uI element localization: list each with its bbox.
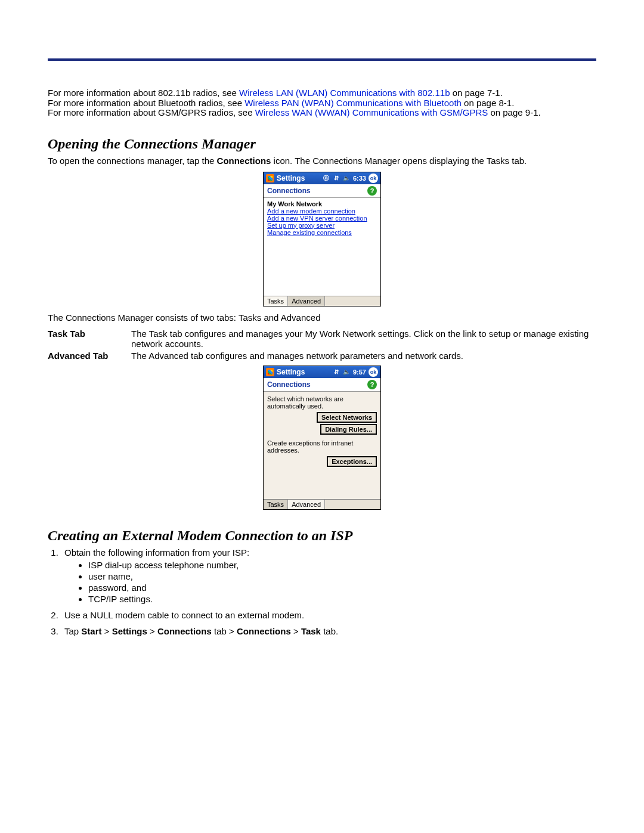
tab-tasks[interactable]: Tasks xyxy=(264,296,288,306)
titlebar-title: Settings xyxy=(277,368,305,376)
text: To open the connections manager, tap the xyxy=(48,156,217,166)
paragraph: To open the connections manager, tap the… xyxy=(48,156,596,166)
link-wwan[interactable]: Wireless WAN (WWAN) Communications with … xyxy=(255,107,488,117)
device-tabs: Tasks Advanced xyxy=(264,499,380,509)
tab-tasks[interactable]: Tasks xyxy=(264,500,288,509)
help-icon[interactable]: ? xyxy=(367,186,377,196)
bold-text: Task xyxy=(301,626,321,636)
def-label: Task Tab xyxy=(48,329,131,349)
select-networks-button[interactable]: Select Networks xyxy=(317,412,377,423)
def-value: The Task tab configures and manages your… xyxy=(131,329,596,349)
def-value: The Advanced tab configures and manages … xyxy=(131,351,596,361)
subbar-title: Connections xyxy=(267,187,311,195)
device-body: Select which networks are automatically … xyxy=(264,392,380,499)
list-item: user name, xyxy=(88,571,596,581)
exceptions-button[interactable]: Exceptions... xyxy=(327,456,377,467)
bold-text: Settings xyxy=(112,626,147,636)
label-exceptions: Create exceptions for intranet addresses… xyxy=(267,439,377,454)
volume-icon: 🔈 xyxy=(342,368,351,376)
link-manage[interactable]: Manage existing connections xyxy=(267,229,377,236)
intro-line-2: For more information about Bluetooth rad… xyxy=(48,98,596,109)
device-screenshot-tasks: Settings ⓐ ⇵ 🔈 6:33 ok Connections ? My … xyxy=(263,172,381,306)
top-rule xyxy=(48,58,596,61)
keyboard-mode-icon: ⓐ xyxy=(322,174,330,182)
figure-advanced-tab: Settings ⇵ 🔈 9:57 ok Connections ? Selec… xyxy=(48,366,596,510)
link-proxy[interactable]: Set up my proxy server xyxy=(267,222,377,229)
device-subbar: Connections ? xyxy=(264,184,380,198)
text: > xyxy=(150,626,157,636)
bold-text: Connections xyxy=(157,626,212,636)
device-screenshot-advanced: Settings ⇵ 🔈 9:57 ok Connections ? Selec… xyxy=(263,366,381,510)
link-wpan[interactable]: Wireless PAN (WPAN) Communications with … xyxy=(244,98,462,108)
text: tab. xyxy=(323,626,338,636)
device-titlebar: Settings ⓐ ⇵ 🔈 6:33 ok xyxy=(264,172,380,184)
bold-text: Connections xyxy=(217,156,271,166)
def-row-advanced: Advanced Tab The Advanced tab configures… xyxy=(48,351,596,361)
device-titlebar: Settings ⇵ 🔈 9:57 ok xyxy=(264,366,380,378)
start-flag-icon xyxy=(266,368,274,376)
text: For more information about 802.11b radio… xyxy=(48,88,239,98)
text: icon. The Connections Manager opens disp… xyxy=(274,156,527,166)
link-add-vpn[interactable]: Add a new VPN server connection xyxy=(267,215,377,222)
ok-button[interactable]: ok xyxy=(369,367,378,377)
link-wlan[interactable]: Wireless LAN (WLAN) Communications with … xyxy=(239,88,450,98)
titlebar-title: Settings xyxy=(277,174,305,182)
text: > xyxy=(293,626,301,636)
intro-block: For more information about 802.11b radio… xyxy=(48,88,596,118)
help-icon[interactable]: ? xyxy=(367,380,377,389)
page: For more information about 802.11b radio… xyxy=(0,58,644,833)
intro-line-3: For more information about GSM/GPRS radi… xyxy=(48,108,596,118)
list-item: ISP dial-up access telephone number, xyxy=(88,560,596,570)
start-flag-icon xyxy=(266,174,274,182)
text: on page 9-1. xyxy=(490,107,540,117)
ok-button[interactable]: ok xyxy=(369,174,378,183)
link-add-modem[interactable]: Add a new modem connection xyxy=(267,208,377,215)
text: For more information about Bluetooth rad… xyxy=(48,98,244,108)
section-heading-opening: Opening the Connections Manager xyxy=(48,136,596,152)
list-item: password, and xyxy=(88,583,596,593)
tab-definitions: Task Tab The Task tab configures and man… xyxy=(48,329,596,361)
label-select-networks: Select which networks are automatically … xyxy=(267,395,377,410)
text: Tap xyxy=(64,626,81,636)
step-text: Obtain the following information from yo… xyxy=(64,547,249,558)
volume-icon: 🔈 xyxy=(342,174,351,182)
bold-text: Start xyxy=(81,626,101,636)
subbar-title: Connections xyxy=(267,380,311,389)
list-item: Obtain the following information from yo… xyxy=(61,547,596,604)
list-item: Use a NULL modem cable to connect to an … xyxy=(61,610,596,620)
clock-text: 6:33 xyxy=(353,175,366,182)
intro-line-1: For more information about 802.11b radio… xyxy=(48,88,596,98)
device-tabs: Tasks Advanced xyxy=(264,296,380,306)
paragraph: The Connections Manager consists of two … xyxy=(48,312,596,323)
connectivity-icon: ⇵ xyxy=(332,368,340,376)
text: on page 8-1. xyxy=(464,98,514,108)
steps-list: Obtain the following information from yo… xyxy=(48,547,596,636)
bold-text: Connections xyxy=(237,626,291,636)
list-item: Tap Start > Settings > Connections tab >… xyxy=(61,626,596,636)
section-heading-creating: Creating an External Modem Connection to… xyxy=(48,528,596,544)
def-label: Advanced Tab xyxy=(48,351,131,361)
list-item: TCP/IP settings. xyxy=(88,594,596,604)
text: For more information about GSM/GPRS radi… xyxy=(48,107,255,117)
text: on page 7-1. xyxy=(453,88,503,98)
tab-advanced[interactable]: Advanced xyxy=(288,296,325,306)
device-body: My Work Network Add a new modem connecti… xyxy=(264,198,380,296)
def-row-task: Task Tab The Task tab configures and man… xyxy=(48,329,596,349)
text: > xyxy=(104,626,112,636)
network-heading: My Work Network xyxy=(267,200,377,208)
figure-tasks-tab: Settings ⓐ ⇵ 🔈 6:33 ok Connections ? My … xyxy=(48,172,596,306)
dialing-rules-button[interactable]: Dialing Rules... xyxy=(320,424,377,435)
device-subbar: Connections ? xyxy=(264,378,380,392)
sublist: ISP dial-up access telephone number, use… xyxy=(64,560,596,604)
text: tab > xyxy=(214,626,237,636)
tab-advanced[interactable]: Advanced xyxy=(288,500,325,509)
connectivity-icon: ⇵ xyxy=(332,174,340,182)
clock-text: 9:57 xyxy=(353,368,366,376)
